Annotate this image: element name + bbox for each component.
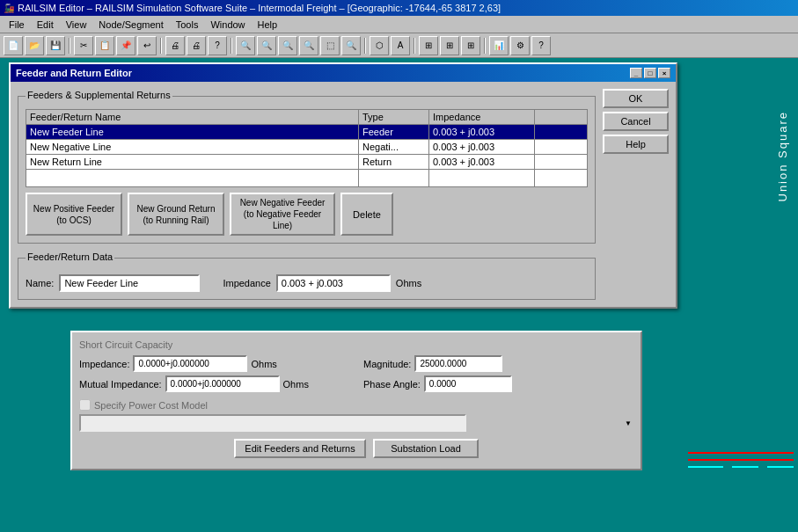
toolbar-new-btn[interactable]: 📄 [4,36,23,55]
toolbar-export-btn[interactable]: 📊 [489,36,509,55]
help-btn[interactable]: Help [603,135,669,154]
toolbar-open-btn[interactable]: 📂 [25,36,44,55]
toolbar-undo-btn[interactable]: ↩ [137,36,157,55]
col-header-extra [535,110,588,125]
edit-feeders-btn[interactable]: Edit Feeders and Returns [234,439,366,458]
toolbar-sep-1 [69,38,70,54]
magnitude-row: Magnitude: [363,355,633,372]
menu-view[interactable]: View [61,18,92,31]
impedance-input[interactable] [276,274,391,292]
menu-bar: File Edit View Node/Segment Tools Window… [0,16,798,33]
toolbar-print-btn[interactable]: 🖨 [165,36,185,55]
scc-title: Short Circuit Capacity [79,339,633,350]
menu-node-segment[interactable]: Node/Segment [93,18,168,31]
row-2-type: Return [359,155,429,170]
toolbar-copy-btn[interactable]: 📋 [95,36,114,55]
row-1-impedance: 0.003 + j0.003 [429,140,535,155]
col-header-type: Type [359,110,429,125]
phase-angle-label: Phase Angle: [363,379,421,390]
phase-angle-input[interactable] [424,375,512,392]
col-header-impedance: Impedance [429,110,535,125]
dialog-close-btn[interactable]: × [658,68,670,78]
row-1-extra [535,140,588,155]
row-2-name: New Return Line [26,155,359,170]
scc-right: Magnitude: Phase Angle: [363,355,633,392]
new-negative-feeder-btn[interactable]: New Negative Feeder (to Negative Feeder … [230,193,335,236]
power-cost-checkbox[interactable] [79,399,91,411]
scc-left: Impedance: Ohms Mutual Impedance: Ohms [79,355,349,392]
new-ground-return-btn[interactable]: New Ground Return (to Running Rail) [128,193,224,236]
toolbar-help2-btn[interactable]: ? [531,36,551,55]
toolbar-print2-btn[interactable]: 🖨 [187,36,206,55]
substation-load-btn[interactable]: Substation Load [373,439,479,458]
row-1-type: Negati... [359,140,429,155]
toolbar-sep-2 [160,38,162,54]
toolbar-zoom2-btn[interactable]: 🔍 [257,36,276,55]
dialog-body: Feeders & Supplemental Returns Feeder/Re… [11,82,676,307]
dialog-minimize-btn[interactable]: _ [630,68,642,78]
feeder-data-group: Feeder/Return Data Name: Impedance Ohms [18,258,596,300]
dialog-right-panel: OK Cancel Help [603,89,669,300]
toolbar-zoom5-btn[interactable]: ⬚ [320,36,340,55]
power-cost-select[interactable] [79,414,466,432]
dialog-maximize-btn[interactable]: □ [644,68,656,78]
table-row[interactable]: New Negative Line Negati... 0.003 + j0.0… [26,140,588,155]
row-1-name: New Negative Line [26,140,359,155]
menu-file[interactable]: File [4,18,30,31]
bottom-panel-inner: Short Circuit Capacity Impedance: Ohms M… [72,332,641,469]
row-0-extra [535,125,588,140]
ok-btn[interactable]: OK [603,89,669,108]
select-wrapper [79,414,633,432]
magnitude-label: Magnitude: [363,359,411,369]
toolbar-cut-btn[interactable]: ✂ [74,36,93,55]
menu-tools[interactable]: Tools [171,18,204,31]
row-0-type: Feeder [359,125,429,140]
ohms2-label: Ohms [283,379,309,390]
menu-window[interactable]: Window [205,18,250,31]
menu-help[interactable]: Help [253,18,283,31]
dialog-title-bar: Feeder and Return Editor _ □ × [11,64,676,82]
magnitude-input[interactable] [414,355,502,372]
impedance-field-input[interactable] [133,355,247,372]
toolbar-grid3-btn[interactable]: ⊞ [461,36,480,55]
mutual-impedance-input[interactable] [165,375,280,392]
toolbar-zoom4-btn[interactable]: 🔍 [299,36,318,55]
menu-edit[interactable]: Edit [32,18,59,31]
phase-angle-row: Phase Angle: [363,375,633,392]
toolbar-help-btn[interactable]: ? [208,36,227,55]
table-row[interactable]: New Return Line Return 0.003 + j0.003 [26,155,588,170]
toolbar-save-btn[interactable]: 💾 [46,36,65,55]
row-0-impedance: 0.003 + j0.003 [429,125,535,140]
toolbar-zoom-btn[interactable]: 🔍 [236,36,255,55]
toolbar-paste-btn[interactable]: 📌 [116,36,135,55]
dialog-left-panel: Feeders & Supplemental Returns Feeder/Re… [18,89,596,300]
feeder-return-editor-dialog: Feeder and Return Editor _ □ × Feeders &… [9,62,677,309]
toolbar-search-btn[interactable]: 🔍 [341,36,361,55]
toolbar-grid2-btn[interactable]: ⊞ [440,36,459,55]
toolbar-grid-btn[interactable]: ⊞ [419,36,438,55]
toolbar-node-btn[interactable]: ⬡ [370,36,389,55]
toolbar-zoom3-btn[interactable]: 🔍 [278,36,297,55]
cancel-btn[interactable]: Cancel [603,112,669,131]
table-row-empty [26,170,588,187]
toolbar-sep-3 [231,38,232,54]
toolbar-sep-6 [484,38,486,54]
name-row: Name: Impedance Ohms [26,274,588,292]
impedance-row: Impedance: Ohms [79,355,349,372]
row-2-extra [535,155,588,170]
side-text: Union Square [776,111,789,202]
title-text: RAILSIM Editor – RAILSIM Simulation Soft… [18,3,501,13]
power-cost-row: Specify Power Cost Model [79,399,633,411]
name-label: Name: [26,278,54,288]
table-row[interactable]: New Feeder Line Feeder 0.003 + j0.003 [26,125,588,140]
delete-btn[interactable]: Delete [340,193,393,236]
toolbar: 📄 📂 💾 ✂ 📋 📌 ↩ 🖨 🖨 ? 🔍 🔍 🔍 🔍 ⬚ 🔍 ⬡ A ⊞ ⊞ … [0,33,798,58]
mutual-impedance-row: Mutual Impedance: Ohms [79,375,349,392]
row-2-impedance: 0.003 + j0.003 [429,155,535,170]
new-positive-feeder-btn[interactable]: New Positive Feeder (to OCS) [26,193,122,236]
name-input[interactable] [59,274,200,292]
toolbar-properties-btn[interactable]: ⚙ [510,36,530,55]
power-cost-checkbox-label[interactable]: Specify Power Cost Model [79,399,633,411]
toolbar-text-btn[interactable]: A [391,36,410,55]
title-bar: 🚂 RAILSIM Editor – RAILSIM Simulation So… [0,0,798,16]
